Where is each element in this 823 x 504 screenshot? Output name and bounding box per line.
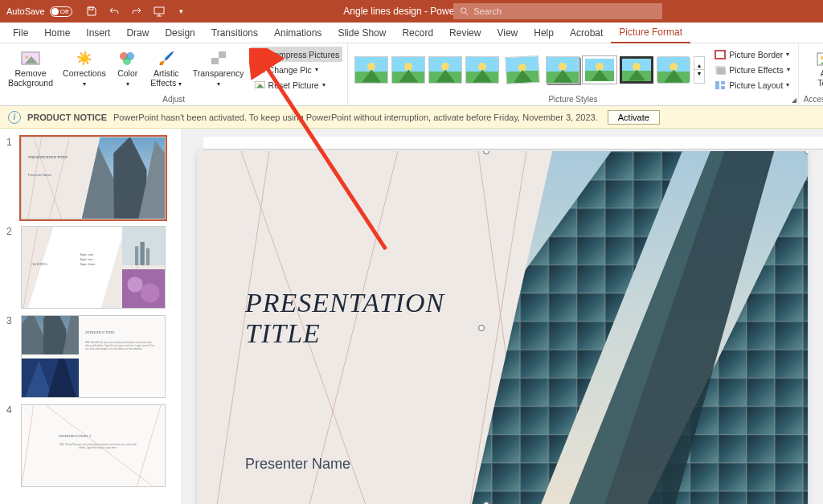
slide-title-text[interactable]: PRESENTATION TITLE (245, 288, 444, 349)
svg-rect-13 (89, 7, 93, 10)
slide-thumbnail-2[interactable]: AGENDA Topic oneTopic twoTopic three (21, 226, 166, 309)
undo-icon[interactable] (108, 5, 121, 18)
picture-style-4[interactable] (465, 56, 499, 84)
menu-bar: File Home Insert Draw Design Transitions… (0, 23, 823, 43)
menu-acrobat[interactable]: Acrobat (562, 23, 611, 43)
adjust-group-label: Adjust (162, 94, 185, 105)
picture-layout-button[interactable]: Picture Layout ▾ (711, 77, 793, 92)
svg-rect-23 (715, 51, 725, 59)
autosave-label: AutoSave (6, 6, 45, 16)
picture-style-6[interactable] (546, 56, 579, 84)
menu-draw[interactable]: Draw (118, 23, 157, 43)
svg-rect-16 (22, 52, 39, 64)
ribbon-group-accessibility: Alt Text Accessibility (799, 43, 823, 105)
search-input[interactable] (473, 6, 656, 16)
svg-rect-21 (211, 51, 219, 58)
search-icon (460, 6, 469, 16)
svg-rect-37 (140, 242, 144, 266)
transparency-button[interactable]: Transparency▾ (190, 45, 248, 91)
artistic-effects-button[interactable]: 🖌️Artistic Effects ▾ (146, 45, 186, 91)
alt-text-button[interactable]: Alt Text (805, 45, 823, 91)
svg-rect-38 (146, 248, 149, 266)
product-notice-bar: i PRODUCT NOTICE PowerPoint hasn't been … (0, 106, 823, 129)
autosave-switch[interactable]: Off (50, 6, 72, 17)
compress-pictures-button[interactable]: Compress Pictures (251, 47, 343, 62)
svg-rect-36 (135, 246, 138, 265)
slide-thumbnails-panel[interactable]: 1 PRESENTATION TITLE Presenter Name 2 (0, 129, 181, 504)
menu-transitions[interactable]: Transitions (203, 23, 266, 43)
picture-style-1[interactable] (354, 56, 388, 84)
more-icon[interactable]: ▾ (175, 5, 188, 18)
change-picture-button[interactable]: Change Pic ▾ (251, 62, 343, 77)
titlebar: AutoSave Off ▾ Angle lines design - Powe… (0, 0, 823, 23)
menu-record[interactable]: Record (394, 23, 441, 43)
menu-review[interactable]: Review (441, 23, 489, 43)
menu-slideshow[interactable]: Slide Show (330, 23, 394, 43)
picture-style-2[interactable] (391, 56, 425, 84)
svg-rect-22 (219, 58, 226, 64)
menu-design[interactable]: Design (157, 23, 203, 43)
color-button[interactable]: Color▾ (113, 45, 143, 91)
svg-point-41 (141, 283, 159, 301)
compress-icon (254, 49, 265, 60)
svg-point-40 (127, 277, 142, 292)
effects-icon (714, 65, 726, 75)
picture-effects-button[interactable]: Picture Effects ▾ (711, 62, 793, 77)
autosave-toggle[interactable]: AutoSave Off (0, 6, 79, 17)
slideshow-icon[interactable] (153, 5, 166, 18)
notice-text: PowerPoint hasn't been activated. To kee… (113, 113, 598, 122)
picture-style-8[interactable] (620, 56, 653, 84)
change-picture-icon (254, 64, 265, 76)
slide-thumbnail-3[interactable]: INTRODUCTION With PowerPoint, you can cr… (21, 315, 166, 398)
slide-editor[interactable]: PRESENTATION TITLE Presenter Name (197, 151, 808, 504)
accessibility-label: Accessibility (804, 94, 823, 105)
picture-style-3[interactable] (428, 56, 462, 84)
slide-subtitle-text[interactable]: Presenter Name (245, 456, 350, 473)
svg-point-19 (123, 57, 131, 65)
svg-rect-25 (717, 68, 726, 75)
selection-handle[interactable] (478, 325, 485, 331)
picture-style-5[interactable] (505, 55, 540, 84)
ribbon-group-picture-styles: ▴▾ Picture Border ▾ Picture Effects ▾ Pi… (348, 43, 799, 105)
picture-styles-more-button[interactable]: ▴▾ (694, 56, 705, 84)
search-box[interactable] (453, 3, 662, 19)
picture-styles-launcher[interactable]: ◢ (792, 96, 796, 104)
workspace: 1 PRESENTATION TITLE Presenter Name 2 (0, 129, 823, 504)
menu-help[interactable]: Help (526, 23, 562, 43)
picture-styles-label: Picture Styles (548, 94, 597, 105)
svg-rect-14 (154, 7, 164, 14)
slide-thumbnail-1[interactable]: PRESENTATION TITLE Presenter Name (21, 137, 166, 219)
corrections-button[interactable]: ☀️Corrections▾ (59, 45, 109, 91)
thumb-number: 2 (6, 226, 14, 309)
notice-title: PRODUCT NOTICE (27, 113, 107, 122)
thumb-number: 1 (6, 137, 14, 219)
menu-file[interactable]: File (5, 23, 36, 43)
menu-animations[interactable]: Animations (266, 23, 330, 43)
ribbon-group-adjust: Remove Background ☀️Corrections▾ Color▾ … (0, 43, 348, 105)
thumb-number: 4 (6, 404, 14, 487)
activate-button[interactable]: Activate (608, 110, 660, 125)
svg-marker-34 (28, 227, 125, 308)
picture-border-button[interactable]: Picture Border ▾ (711, 47, 793, 62)
save-icon[interactable] (85, 5, 98, 18)
picture-style-9[interactable] (657, 56, 690, 84)
info-icon: i (8, 111, 21, 124)
ribbon: Remove Background ☀️Corrections▾ Color▾ … (0, 43, 823, 106)
svg-rect-26 (715, 81, 719, 89)
remove-background-button[interactable]: Remove Background (5, 45, 56, 91)
svg-rect-28 (721, 86, 725, 89)
svg-point-15 (461, 8, 466, 14)
slide-thumbnail-4[interactable]: INTRODUCTION 2 With PowerPoint you can c… (21, 404, 166, 487)
menu-home[interactable]: Home (36, 23, 78, 43)
reset-icon (254, 80, 265, 91)
picture-style-7[interactable] (583, 56, 616, 84)
svg-rect-27 (721, 81, 725, 84)
redo-icon[interactable] (130, 5, 143, 18)
slide-canvas-area[interactable]: PRESENTATION TITLE Presenter Name (181, 129, 823, 504)
menu-insert[interactable]: Insert (78, 23, 118, 43)
reset-picture-button[interactable]: Reset Picture ▾ (251, 77, 343, 92)
border-icon (714, 50, 726, 59)
menu-view[interactable]: View (489, 23, 526, 43)
layout-icon (714, 80, 726, 90)
menu-picture-format[interactable]: Picture Format (611, 23, 690, 43)
